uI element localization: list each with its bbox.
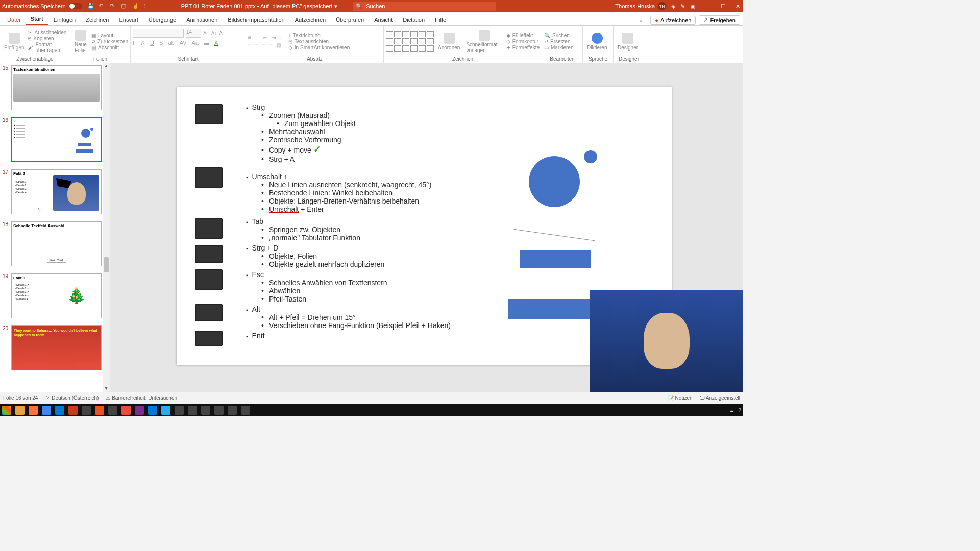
present-icon[interactable]: ▢ bbox=[121, 3, 128, 10]
autosave-toggle[interactable]: Automatisches Speichern bbox=[2, 3, 82, 9]
decrease-font-icon[interactable]: A↓ bbox=[211, 31, 217, 36]
display-settings-button[interactable]: 🖵 Anzeigeeinstell bbox=[700, 395, 741, 401]
taskbar-app4-icon[interactable] bbox=[175, 406, 184, 415]
chevron-down-icon[interactable]: ▾ bbox=[334, 3, 337, 10]
designer-button[interactable]: Designer bbox=[616, 32, 640, 52]
taskbar-app8-icon[interactable] bbox=[228, 406, 237, 415]
start-button[interactable] bbox=[2, 406, 11, 415]
replace-button[interactable]: ⇄ Ersetzen bbox=[544, 39, 573, 44]
taskbar-outlook-icon[interactable] bbox=[55, 406, 64, 415]
clear-format-icon[interactable]: A⃠ bbox=[219, 31, 224, 36]
smartart-button[interactable]: ◇ In SmartArt konvertieren bbox=[288, 45, 350, 51]
align-left-button[interactable]: ≡ bbox=[248, 42, 251, 48]
shape-effects-button[interactable]: ✦ Formeffekte bbox=[506, 45, 540, 51]
toggle-switch[interactable] bbox=[69, 3, 82, 9]
share-button[interactable]: ↗Freigeben bbox=[699, 15, 740, 25]
highlight-button[interactable]: ▬ bbox=[204, 40, 209, 46]
window-icon[interactable]: ▣ bbox=[690, 3, 695, 10]
tab-dictation[interactable]: Dictation bbox=[398, 15, 430, 25]
taskbar-explorer-icon[interactable] bbox=[15, 406, 24, 415]
maximize-button[interactable]: ☐ bbox=[720, 3, 727, 10]
webcam-overlay[interactable] bbox=[590, 290, 743, 392]
tab-file[interactable]: Datei bbox=[2, 15, 26, 25]
indent-inc-button[interactable]: ⇥ bbox=[272, 35, 276, 40]
weather-icon[interactable]: ☁ bbox=[729, 408, 734, 413]
select-button[interactable]: ▭ Markieren bbox=[544, 45, 573, 51]
touch-icon[interactable]: ☝ bbox=[132, 3, 139, 10]
copy-button[interactable]: ⎘ Kopieren bbox=[28, 36, 68, 41]
taskbar-onenote-icon[interactable] bbox=[135, 406, 144, 415]
taskbar-app7-icon[interactable] bbox=[214, 406, 224, 415]
columns-button[interactable]: ▥ bbox=[276, 42, 281, 48]
line-spacing-button[interactable]: ↕ bbox=[280, 35, 282, 40]
shape-circle-large[interactable] bbox=[529, 156, 580, 207]
save-icon[interactable]: 💾 bbox=[87, 3, 94, 10]
spacing-button[interactable]: AV bbox=[180, 40, 187, 46]
cut-button[interactable]: ✂ Ausschneiden bbox=[28, 30, 68, 35]
more-icon[interactable]: ⁝ bbox=[143, 3, 151, 10]
align-right-button[interactable]: ≡ bbox=[262, 42, 265, 48]
taskbar-telegram-icon[interactable] bbox=[161, 406, 170, 415]
taskbar-app6-icon[interactable] bbox=[201, 406, 210, 415]
shape-fill-button[interactable]: ◆ Fülleffekt bbox=[506, 33, 540, 38]
thumbnail-19[interactable]: 19 Fakt 3 • Details 1 ✓• Details 2 ✓• De… bbox=[0, 271, 103, 323]
strike-button[interactable]: S bbox=[159, 40, 163, 46]
justify-button[interactable]: ≡ bbox=[270, 42, 273, 48]
tab-draw[interactable]: Zeichnen bbox=[81, 15, 114, 25]
thumbnail-15[interactable]: 15 Tastenkombinationen bbox=[0, 63, 103, 115]
taskbar-app9-icon[interactable] bbox=[241, 406, 250, 415]
underline-button[interactable]: U bbox=[150, 40, 154, 46]
quick-styles-button[interactable]: Schnellformat-vorlagen bbox=[464, 29, 504, 54]
dictate-button[interactable]: Diktieren bbox=[585, 32, 609, 52]
tab-view[interactable]: Ansicht bbox=[369, 15, 398, 25]
font-size-combo[interactable]: 14 bbox=[186, 29, 201, 38]
scrollbar-handle[interactable] bbox=[104, 257, 109, 272]
numbering-button[interactable]: ≣ bbox=[255, 35, 259, 40]
language-status[interactable]: 🏳 Deutsch (Österreich) bbox=[45, 395, 99, 401]
pen-icon[interactable]: ✎ bbox=[680, 3, 685, 10]
case-button[interactable]: Aa bbox=[191, 40, 198, 46]
taskbar-app2-icon[interactable] bbox=[108, 406, 117, 415]
taskbar-chrome-icon[interactable] bbox=[42, 406, 51, 415]
document-title[interactable]: PPT 01 Roter Faden 001.pptx • Auf "diese… bbox=[181, 3, 337, 10]
shape-rectangle-1[interactable] bbox=[520, 250, 591, 268]
scroll-down-icon[interactable]: ▼ bbox=[103, 386, 110, 392]
tab-design[interactable]: Entwurf bbox=[114, 15, 143, 25]
increase-font-icon[interactable]: A↑ bbox=[203, 31, 209, 36]
accessibility-status[interactable]: ⚠ Barrierefreiheit: Untersuchen bbox=[106, 395, 177, 401]
collapse-ribbon-icon[interactable]: ⌄ bbox=[639, 17, 643, 23]
tab-animations[interactable]: Animationen bbox=[181, 15, 223, 25]
taskbar-firefox-icon[interactable] bbox=[29, 406, 38, 415]
slide-counter[interactable]: Folie 16 von 24 bbox=[3, 395, 38, 401]
tab-slideshow[interactable]: Bildschirmpräsentation bbox=[223, 15, 289, 25]
slide-canvas-area[interactable]: Strg Zoomen (Mausrad) Zum gewählten Obje… bbox=[110, 63, 743, 392]
scroll-up-icon[interactable]: ▲ bbox=[103, 63, 110, 69]
slide-text-block[interactable]: Strg Zoomen (Mausrad) Zum gewählten Obje… bbox=[246, 103, 356, 163]
shape-gallery[interactable] bbox=[386, 31, 434, 52]
undo-icon[interactable]: ↶ bbox=[99, 3, 106, 10]
user-account[interactable]: Thomas Hruska TH bbox=[615, 2, 666, 10]
text-direction-button[interactable]: ↕ Textrichtung bbox=[288, 33, 350, 38]
thumbnail-17[interactable]: 17 Fakt 2 • Details 1• Details 2• Detail… bbox=[0, 167, 103, 219]
font-family-combo[interactable] bbox=[133, 29, 184, 38]
tab-transitions[interactable]: Übergänge bbox=[143, 15, 181, 25]
minimize-button[interactable]: — bbox=[705, 3, 713, 10]
format-painter-button[interactable]: 🖌 Format übertragen bbox=[28, 42, 68, 53]
taskbar-powerpoint-icon[interactable] bbox=[68, 406, 78, 415]
align-center-button[interactable]: ≡ bbox=[255, 42, 258, 48]
tab-start[interactable]: Start bbox=[26, 14, 48, 25]
section-button[interactable]: ▤ Abschnitt bbox=[91, 45, 128, 51]
thumbnail-18[interactable]: 18 Schnelle Textfeld Auswahl [Kein Titel… bbox=[0, 219, 103, 271]
taskbar-vscode-icon[interactable] bbox=[148, 406, 157, 415]
thumbnail-16[interactable]: 16 ▪ ─────▪ ─────▪ ─────▪ ─────▪ ─────▪ … bbox=[0, 115, 103, 167]
tab-review[interactable]: Überprüfen bbox=[331, 15, 369, 25]
diamond-icon[interactable]: ◈ bbox=[671, 3, 675, 10]
arrange-button[interactable]: Anordnen bbox=[436, 32, 462, 52]
indent-dec-button[interactable]: ⇤ bbox=[263, 35, 267, 40]
tab-record[interactable]: Aufzeichnen bbox=[290, 15, 331, 25]
user-avatar[interactable]: TH bbox=[658, 2, 666, 10]
record-button[interactable]: ●Aufzeichnen bbox=[650, 16, 696, 25]
shadow-button[interactable]: ab bbox=[168, 40, 174, 46]
taskbar-app5-icon[interactable] bbox=[188, 406, 197, 415]
notes-button[interactable]: 📝 Notizen bbox=[668, 395, 693, 401]
